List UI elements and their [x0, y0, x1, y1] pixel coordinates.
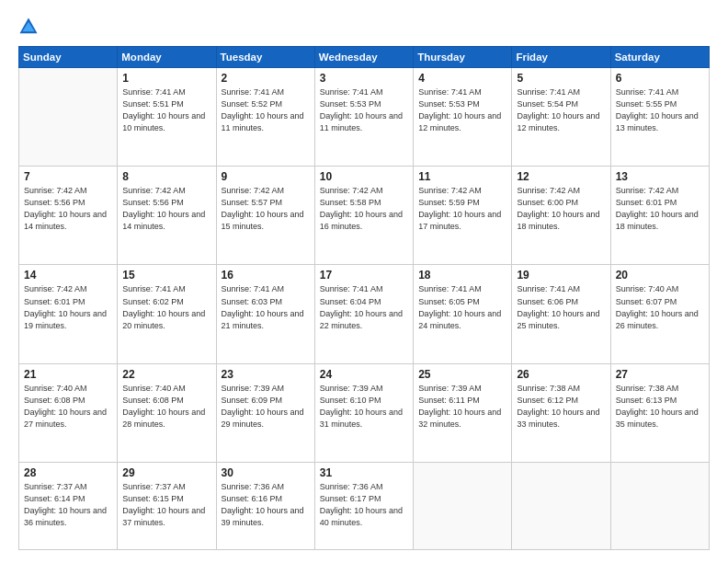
- day-number: 16: [222, 269, 310, 282]
- day-info: Sunrise: 7:42 AMSunset: 6:01 PMDaylight:…: [24, 283, 112, 331]
- weekday-header-saturday: Saturday: [610, 47, 709, 68]
- calendar-cell: 2Sunrise: 7:41 AMSunset: 5:52 PMDaylight…: [216, 68, 314, 167]
- day-number: 1: [122, 72, 210, 85]
- calendar-cell: 8Sunrise: 7:42 AMSunset: 5:56 PMDaylight…: [118, 167, 216, 265]
- calendar-row: 21Sunrise: 7:40 AMSunset: 6:08 PMDayligh…: [19, 363, 710, 462]
- day-info: Sunrise: 7:41 AMSunset: 5:55 PMDaylight:…: [616, 86, 704, 134]
- logo-icon: [18, 17, 39, 37]
- day-info: Sunrise: 7:42 AMSunset: 5:58 PMDaylight:…: [320, 185, 408, 233]
- day-info: Sunrise: 7:42 AMSunset: 5:56 PMDaylight:…: [24, 185, 112, 233]
- day-number: 15: [122, 269, 210, 282]
- page: SundayMondayTuesdayWednesdayThursdayFrid…: [0, 0, 728, 563]
- day-info: Sunrise: 7:39 AMSunset: 6:10 PMDaylight:…: [320, 383, 408, 431]
- day-info: Sunrise: 7:40 AMSunset: 6:08 PMDaylight:…: [24, 383, 112, 431]
- day-info: Sunrise: 7:38 AMSunset: 6:12 PMDaylight:…: [517, 383, 605, 431]
- day-info: Sunrise: 7:41 AMSunset: 6:04 PMDaylight:…: [320, 283, 408, 331]
- calendar-cell: 1Sunrise: 7:41 AMSunset: 5:51 PMDaylight…: [118, 68, 216, 167]
- day-number: 30: [222, 466, 310, 479]
- day-info: Sunrise: 7:42 AMSunset: 5:56 PMDaylight:…: [122, 185, 210, 233]
- day-number: 27: [616, 368, 704, 381]
- calendar-row: 1Sunrise: 7:41 AMSunset: 5:51 PMDaylight…: [19, 68, 710, 167]
- day-info: Sunrise: 7:40 AMSunset: 6:08 PMDaylight:…: [122, 383, 210, 431]
- calendar-cell: [19, 68, 118, 167]
- calendar-cell: 15Sunrise: 7:41 AMSunset: 6:02 PMDayligh…: [118, 265, 216, 363]
- calendar-cell: 29Sunrise: 7:37 AMSunset: 6:15 PMDayligh…: [118, 462, 216, 549]
- calendar-cell: 4Sunrise: 7:41 AMSunset: 5:53 PMDaylight…: [414, 68, 512, 167]
- day-number: 22: [122, 368, 210, 381]
- calendar-row: 7Sunrise: 7:42 AMSunset: 5:56 PMDaylight…: [19, 167, 710, 265]
- calendar-cell: 7Sunrise: 7:42 AMSunset: 5:56 PMDaylight…: [19, 167, 118, 265]
- weekday-header-friday: Friday: [512, 47, 610, 68]
- weekday-header-tuesday: Tuesday: [216, 47, 314, 68]
- day-info: Sunrise: 7:42 AMSunset: 5:59 PMDaylight:…: [418, 185, 506, 233]
- day-number: 13: [616, 170, 704, 183]
- day-number: 10: [320, 170, 408, 183]
- day-info: Sunrise: 7:41 AMSunset: 6:02 PMDaylight:…: [122, 283, 210, 331]
- calendar-cell: 19Sunrise: 7:41 AMSunset: 6:06 PMDayligh…: [512, 265, 610, 363]
- calendar-row: 14Sunrise: 7:42 AMSunset: 6:01 PMDayligh…: [19, 265, 710, 363]
- weekday-header-monday: Monday: [118, 47, 216, 68]
- calendar-cell: 23Sunrise: 7:39 AMSunset: 6:09 PMDayligh…: [216, 363, 314, 462]
- day-number: 20: [616, 269, 704, 282]
- calendar-cell: 3Sunrise: 7:41 AMSunset: 5:53 PMDaylight…: [314, 68, 413, 167]
- day-info: Sunrise: 7:41 AMSunset: 6:05 PMDaylight:…: [418, 283, 506, 331]
- day-number: 14: [24, 269, 112, 282]
- day-number: 12: [517, 170, 605, 183]
- day-info: Sunrise: 7:41 AMSunset: 5:51 PMDaylight:…: [122, 86, 210, 134]
- calendar-cell: 13Sunrise: 7:42 AMSunset: 6:01 PMDayligh…: [610, 167, 709, 265]
- calendar-cell: 28Sunrise: 7:37 AMSunset: 6:14 PMDayligh…: [19, 462, 118, 549]
- calendar-cell: 31Sunrise: 7:36 AMSunset: 6:17 PMDayligh…: [314, 462, 413, 549]
- calendar-cell: 6Sunrise: 7:41 AMSunset: 5:55 PMDaylight…: [610, 68, 709, 167]
- day-number: 19: [517, 269, 605, 282]
- calendar-cell: 26Sunrise: 7:38 AMSunset: 6:12 PMDayligh…: [512, 363, 610, 462]
- day-info: Sunrise: 7:37 AMSunset: 6:15 PMDaylight:…: [122, 481, 210, 529]
- day-number: 11: [418, 170, 506, 183]
- day-info: Sunrise: 7:41 AMSunset: 6:06 PMDaylight:…: [517, 283, 605, 331]
- day-number: 6: [616, 72, 704, 85]
- day-info: Sunrise: 7:39 AMSunset: 6:09 PMDaylight:…: [222, 383, 310, 431]
- calendar-row: 28Sunrise: 7:37 AMSunset: 6:14 PMDayligh…: [19, 462, 710, 549]
- logo: [18, 17, 42, 37]
- day-number: 18: [418, 269, 506, 282]
- day-number: 25: [418, 368, 506, 381]
- day-info: Sunrise: 7:42 AMSunset: 6:01 PMDaylight:…: [616, 185, 704, 233]
- day-number: 31: [320, 466, 408, 479]
- day-number: 7: [24, 170, 112, 183]
- calendar-table: SundayMondayTuesdayWednesdayThursdayFrid…: [18, 46, 710, 550]
- day-info: Sunrise: 7:41 AMSunset: 5:52 PMDaylight:…: [222, 86, 310, 134]
- day-number: 3: [320, 72, 408, 85]
- day-number: 8: [122, 170, 210, 183]
- day-info: Sunrise: 7:40 AMSunset: 6:07 PMDaylight:…: [616, 283, 704, 331]
- calendar-cell: 25Sunrise: 7:39 AMSunset: 6:11 PMDayligh…: [414, 363, 512, 462]
- weekday-header-row: SundayMondayTuesdayWednesdayThursdayFrid…: [19, 47, 710, 68]
- calendar-cell: 16Sunrise: 7:41 AMSunset: 6:03 PMDayligh…: [216, 265, 314, 363]
- day-info: Sunrise: 7:37 AMSunset: 6:14 PMDaylight:…: [24, 481, 112, 529]
- day-info: Sunrise: 7:41 AMSunset: 5:54 PMDaylight:…: [517, 86, 605, 134]
- day-info: Sunrise: 7:41 AMSunset: 5:53 PMDaylight:…: [320, 86, 408, 134]
- day-number: 17: [320, 269, 408, 282]
- day-info: Sunrise: 7:41 AMSunset: 5:53 PMDaylight:…: [418, 86, 506, 134]
- calendar-cell: 20Sunrise: 7:40 AMSunset: 6:07 PMDayligh…: [610, 265, 709, 363]
- day-number: 26: [517, 368, 605, 381]
- weekday-header-sunday: Sunday: [19, 47, 118, 68]
- day-number: 21: [24, 368, 112, 381]
- calendar-cell: 18Sunrise: 7:41 AMSunset: 6:05 PMDayligh…: [414, 265, 512, 363]
- calendar-cell: 17Sunrise: 7:41 AMSunset: 6:04 PMDayligh…: [314, 265, 413, 363]
- day-info: Sunrise: 7:38 AMSunset: 6:13 PMDaylight:…: [616, 383, 704, 431]
- calendar-cell: 22Sunrise: 7:40 AMSunset: 6:08 PMDayligh…: [118, 363, 216, 462]
- calendar-cell: 5Sunrise: 7:41 AMSunset: 5:54 PMDaylight…: [512, 68, 610, 167]
- day-number: 5: [517, 72, 605, 85]
- calendar-cell: 21Sunrise: 7:40 AMSunset: 6:08 PMDayligh…: [19, 363, 118, 462]
- day-number: 2: [222, 72, 310, 85]
- header: [18, 17, 710, 37]
- day-info: Sunrise: 7:36 AMSunset: 6:17 PMDaylight:…: [320, 481, 408, 529]
- calendar-cell: [512, 462, 610, 549]
- day-number: 29: [122, 466, 210, 479]
- day-number: 23: [222, 368, 310, 381]
- day-info: Sunrise: 7:39 AMSunset: 6:11 PMDaylight:…: [418, 383, 506, 431]
- calendar-cell: [414, 462, 512, 549]
- calendar-cell: 14Sunrise: 7:42 AMSunset: 6:01 PMDayligh…: [19, 265, 118, 363]
- day-number: 4: [418, 72, 506, 85]
- calendar-cell: [610, 462, 709, 549]
- weekday-header-wednesday: Wednesday: [314, 47, 413, 68]
